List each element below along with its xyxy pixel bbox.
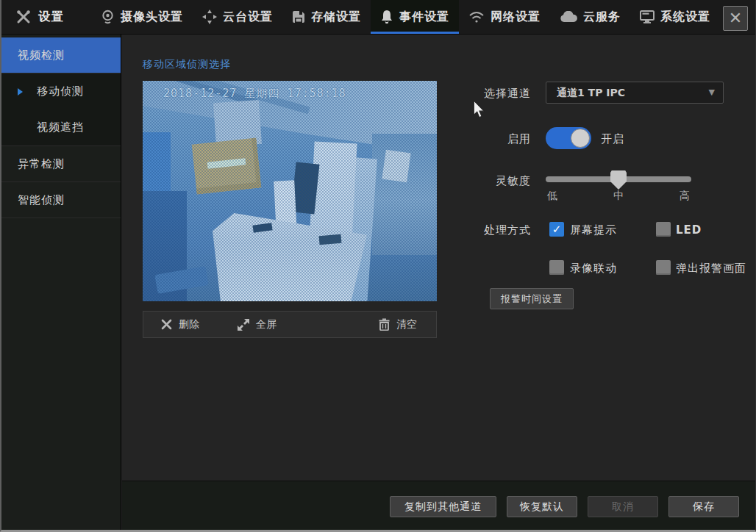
tab-label: 网络设置 [491, 10, 541, 25]
sidebar-submenu: 移动侦测 视频遮挡 [1, 73, 121, 146]
sidebar-item-video-occlusion[interactable]: 视频遮挡 [1, 109, 121, 145]
channel-select-label: 选择通道 [482, 87, 531, 101]
top-bar: 设置 摄像头设置 云台设置 存储设置 事件设置 网络设置 [1, 0, 755, 35]
checkbox-record-linkage-label: 录像联动 [570, 262, 617, 276]
checkbox-led[interactable] [656, 222, 671, 237]
clear-all-button[interactable]: 清空 [379, 318, 417, 331]
restore-default-button[interactable]: 恢复默认 [507, 496, 577, 517]
checkbox-popup-alarm-label: 弹出报警画面 [676, 262, 746, 276]
tab-cloud-service[interactable]: 云服务 [550, 0, 630, 34]
fullscreen-button[interactable]: 全屏 [238, 318, 277, 331]
tab-label: 摄像头设置 [121, 10, 183, 25]
trash-icon [379, 318, 390, 331]
checkbox-led-label: LED [676, 223, 702, 237]
chevron-down-icon: ▼ [709, 82, 715, 103]
tab-label: 云服务 [583, 10, 621, 25]
tab-system-settings[interactable]: 系统设置 [630, 0, 720, 34]
handling-method-label: 处理方式 [482, 223, 531, 237]
tab-label: 存储设置 [311, 10, 361, 25]
checkbox-record-linkage[interactable] [549, 260, 564, 275]
camera-icon [101, 10, 115, 24]
sidebar-item-label: 视频遮挡 [37, 121, 84, 134]
delete-area-button[interactable]: 删除 [161, 318, 199, 331]
video-toolbar: 删除 全屏 清空 [143, 311, 437, 338]
tab-ptz-settings[interactable]: 云台设置 [193, 0, 282, 34]
tab-event-settings[interactable]: 事件设置 [371, 0, 459, 34]
tab-storage-settings[interactable]: 存储设置 [282, 0, 371, 34]
clear-label: 清空 [396, 318, 417, 331]
settings-window: 设置 摄像头设置 云台设置 存储设置 事件设置 网络设置 [0, 0, 756, 532]
enable-state-label: 开启 [601, 132, 624, 146]
channel-dropdown-value: 通道1 TP IPC [557, 87, 625, 98]
sidebar-item-video-detection[interactable]: 视频检测 [1, 37, 121, 73]
sensitivity-high-label: 高 [680, 190, 690, 203]
channel-dropdown[interactable]: 通道1 TP IPC ▼ [546, 82, 724, 104]
sensitivity-slider[interactable] [546, 176, 691, 182]
app-title: 设置 [1, 0, 78, 34]
copy-to-channels-button[interactable]: 复制到其他通道 [390, 496, 496, 517]
delete-x-icon [161, 319, 172, 330]
checkbox-screen-prompt[interactable]: ✓ [549, 222, 564, 237]
cloud-icon [560, 11, 577, 23]
fullscreen-icon [238, 319, 249, 331]
fullscreen-label: 全屏 [256, 318, 277, 331]
bell-icon [380, 10, 393, 24]
save-disk-icon [292, 10, 305, 24]
toggle-knob [571, 129, 590, 148]
video-preview[interactable]: 2018-12-27 星期四 17:58:18 [143, 81, 437, 301]
cancel-button[interactable]: 取消 [588, 496, 658, 517]
section-title: 移动区域侦测选择 [143, 58, 231, 71]
enable-toggle[interactable] [546, 127, 591, 149]
tab-network-settings[interactable]: 网络设置 [459, 0, 550, 34]
delete-label: 删除 [179, 318, 199, 331]
sensitivity-low-label: 低 [547, 190, 557, 203]
footer-bar: 复制到其他通道 恢复默认 取消 保存 [122, 481, 756, 530]
sidebar-item-label: 异常检测 [18, 157, 65, 171]
sidebar-item-smart-detection[interactable]: 智能侦测 [1, 182, 121, 218]
selected-arrow-icon [18, 88, 23, 96]
main-content: 移动区域侦测选择 2018-12-27 星期四 17:58:18 [122, 35, 756, 481]
sidebar-item-label: 智能侦测 [18, 193, 65, 207]
app-title-label: 设置 [38, 10, 65, 25]
alarm-time-settings-button[interactable]: 报警时间设置 [490, 288, 574, 309]
checkbox-screen-prompt-label: 屏幕提示 [570, 223, 617, 237]
tab-bar: 摄像头设置 云台设置 存储设置 事件设置 网络设置 云服务 [91, 0, 720, 34]
sidebar-item-motion-detection[interactable]: 移动侦测 [1, 73, 121, 109]
sidebar: 视频检测 移动侦测 视频遮挡 异常检测 智能侦测 [1, 35, 121, 532]
wifi-icon [468, 10, 485, 24]
tab-label: 系统设置 [660, 10, 710, 25]
sidebar-item-label: 移动侦测 [37, 85, 84, 98]
checkbox-popup-alarm[interactable] [656, 260, 671, 275]
sensitivity-label: 灵敏度 [482, 174, 531, 188]
tab-camera-settings[interactable]: 摄像头设置 [91, 0, 193, 34]
sidebar-item-abnormal-detection[interactable]: 异常检测 [1, 146, 121, 182]
save-button[interactable]: 保存 [668, 496, 739, 517]
monitor-icon [640, 10, 655, 24]
sidebar-item-label: 视频检测 [18, 48, 65, 62]
mouse-cursor [472, 101, 485, 118]
tools-icon [16, 10, 31, 24]
tab-label: 事件设置 [399, 10, 449, 25]
ptz-icon [202, 10, 217, 24]
motion-area-grid-overlay[interactable] [143, 81, 437, 301]
enable-label: 启用 [493, 132, 531, 146]
sensitivity-mid-label: 中 [613, 190, 624, 203]
tab-label: 云台设置 [223, 10, 273, 25]
sensitivity-slider-handle[interactable] [610, 170, 627, 190]
close-button[interactable]: ✕ [723, 6, 748, 31]
